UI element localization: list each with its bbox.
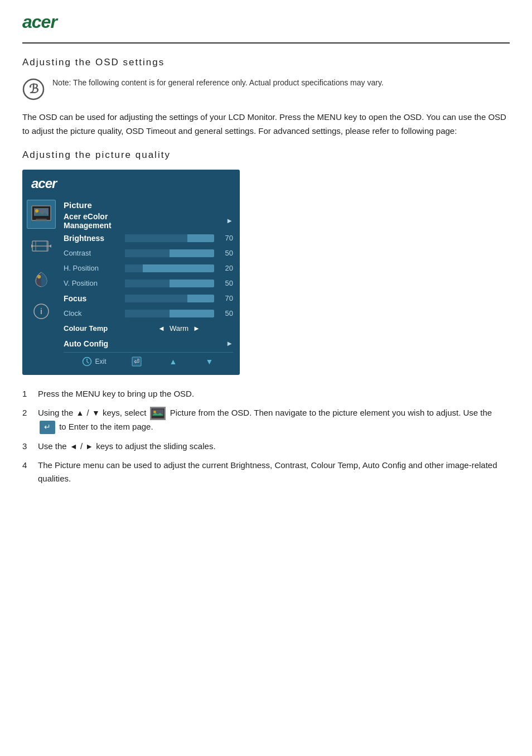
osd-slider-vpos — [125, 280, 214, 287]
svg-text:⏎: ⏎ — [134, 358, 139, 365]
osd-exit-icon — [81, 356, 93, 367]
osd-slider-vpos-wrap: 50 — [125, 279, 233, 287]
list-content-3: Use the ◄ / ► keys to adjust the sliding… — [38, 440, 510, 453]
svg-point-7 — [35, 209, 38, 213]
list-content-2: Using the ▲ / ▼ keys, select Picture fro… — [38, 406, 510, 434]
acer-logo: acer — [22, 10, 67, 37]
osd-slider-brightness-wrap: 70 — [125, 234, 233, 242]
svg-marker-14 — [49, 244, 51, 248]
note-box: ℬ Note: The following content is for gen… — [22, 77, 510, 100]
list-num-4: 4 — [22, 459, 38, 485]
osd-arrow-ecolor: ► — [226, 216, 233, 225]
osd-up-icon: ▲ — [167, 356, 178, 367]
osd-slider-clock — [125, 310, 214, 317]
osd-label-ecolor: Acer eColor Management — [64, 212, 125, 230]
svg-text:ℬ: ℬ — [29, 82, 39, 96]
osd-slider-clock-wrap: 50 — [125, 309, 233, 317]
note-icon: ℬ — [22, 78, 45, 100]
osd-slider-contrast-wrap: 50 — [125, 249, 233, 257]
osd-footer-enter: ⏎ — [131, 356, 142, 367]
osd-label-autoconfig: Auto Config — [64, 339, 125, 348]
svg-point-25 — [154, 410, 157, 413]
osd-row-clock: Clock 50 — [64, 307, 233, 320]
osd-header: acer — [23, 171, 239, 196]
picture-icon-inline — [150, 407, 166, 420]
osd-slider-vpos-fill — [125, 280, 170, 287]
osd-label-contrast: Contrast — [64, 249, 125, 257]
osd-row-vpos: V. Position 50 — [64, 277, 233, 290]
arrow-right-inline: ► — [85, 440, 93, 452]
svg-text:acer: acer — [31, 176, 58, 191]
section1-title: Adjusting the OSD settings — [22, 57, 510, 68]
osd-label-focus: Focus — [64, 294, 125, 303]
osd-arrow-autoconfig: ► — [226, 339, 233, 348]
osd-slider-contrast — [125, 249, 214, 257]
instruction-list: 1 Press the MENU key to bring up the OSD… — [22, 387, 510, 485]
osd-picture-title: Picture — [64, 200, 233, 210]
osd-label-vpos: V. Position — [64, 279, 125, 287]
osd-value-hpos: 20 — [219, 264, 233, 272]
osd-label-clock: Clock — [64, 309, 125, 317]
osd-value-contrast: 50 — [219, 249, 233, 257]
osd-enter-icon: ⏎ — [131, 356, 142, 367]
colourtemp-value: Warm — [170, 324, 188, 333]
osd-slider-hpos-fill — [125, 264, 143, 272]
osd-row-colourtemp: Colour Temp ◄ Warm ► — [64, 322, 233, 335]
osd-footer-exit: Exit — [81, 356, 106, 367]
arrow-up-inline: ▲ — [76, 407, 84, 419]
osd-footer-up: ▲ — [167, 356, 178, 367]
osd-slider-brightness — [125, 234, 214, 242]
enter-icon-inline: ↵ — [40, 421, 55, 434]
main-content: Adjusting the OSD settings ℬ Note: The f… — [0, 44, 532, 508]
list-content-1: Press the MENU key to bring up the OSD. — [38, 387, 510, 401]
svg-text:i: i — [40, 307, 42, 316]
list-item-4: 4 The Picture menu can be used to adjust… — [22, 459, 510, 485]
osd-slider-clock-fill — [125, 310, 170, 317]
list-item-1: 1 Press the MENU key to bring up the OSD… — [22, 387, 510, 401]
osd-value-focus: 70 — [219, 294, 233, 302]
arrow-left-inline: ◄ — [70, 440, 78, 452]
osd-row-focus: Focus 70 — [64, 292, 233, 305]
osd-sidebar-geometry — [27, 232, 56, 261]
osd-label-hpos: H. Position — [64, 264, 125, 272]
osd-footer-down: ▼ — [204, 356, 215, 367]
list-num-3: 3 — [22, 440, 38, 453]
osd-colourtemp-val: ◄ Warm ► — [125, 324, 233, 333]
osd-label-brightness: Brightness — [64, 234, 125, 243]
osd-footer: Exit ⏎ ▲ ▼ — [64, 352, 233, 370]
osd-slider-focus-fill — [125, 295, 187, 302]
osd-main: Picture Acer eColor Management ► Brightn… — [59, 196, 239, 374]
osd-row-contrast: Contrast 50 — [64, 247, 233, 260]
svg-rect-8 — [36, 219, 47, 220]
osd-exit-label: Exit — [95, 358, 106, 365]
osd-sidebar: i — [23, 196, 59, 374]
list-item-3: 3 Use the ◄ / ► keys to adjust the slidi… — [22, 440, 510, 453]
osd-slider-contrast-fill — [125, 249, 170, 257]
osd-slider-hpos — [125, 264, 214, 272]
osd-sidebar-color — [27, 264, 56, 293]
osd-body: i Picture Acer eColor Management ► Brigh… — [23, 196, 239, 374]
section2-title: Adjusting the picture quality — [22, 150, 510, 161]
osd-row-ecolor: Acer eColor Management ► — [64, 212, 233, 230]
list-content-4: The Picture menu can be used to adjust t… — [38, 459, 510, 485]
osd-value-vpos: 50 — [219, 279, 233, 287]
svg-point-15 — [37, 275, 41, 278]
arrow-right-colourtemp: ► — [193, 324, 200, 333]
osd-row-brightness: Brightness 70 — [64, 232, 233, 245]
osd-sidebar-picture — [27, 200, 56, 229]
arrow-left-colourtemp: ◄ — [158, 324, 165, 333]
note-text: Note: The following content is for gener… — [52, 77, 384, 89]
list-num-1: 1 — [22, 387, 38, 401]
osd-slider-brightness-fill — [125, 234, 187, 242]
body-text: The OSD can be used for adjusting the se… — [22, 110, 510, 138]
arrow-down-inline: ▼ — [92, 407, 100, 419]
osd-label-colourtemp: Colour Temp — [64, 324, 125, 333]
list-item-2: 2 Using the ▲ / ▼ keys, select Picture f… — [22, 406, 510, 434]
osd-value-brightness: 70 — [219, 234, 233, 242]
svg-point-19 — [86, 359, 88, 360]
osd-slider-focus-wrap: 70 — [125, 294, 233, 302]
osd-value-clock: 50 — [219, 309, 233, 317]
osd-slider-focus — [125, 295, 214, 302]
osd-slider-hpos-wrap: 20 — [125, 264, 233, 272]
osd-row-hpos: H. Position 20 — [64, 262, 233, 275]
